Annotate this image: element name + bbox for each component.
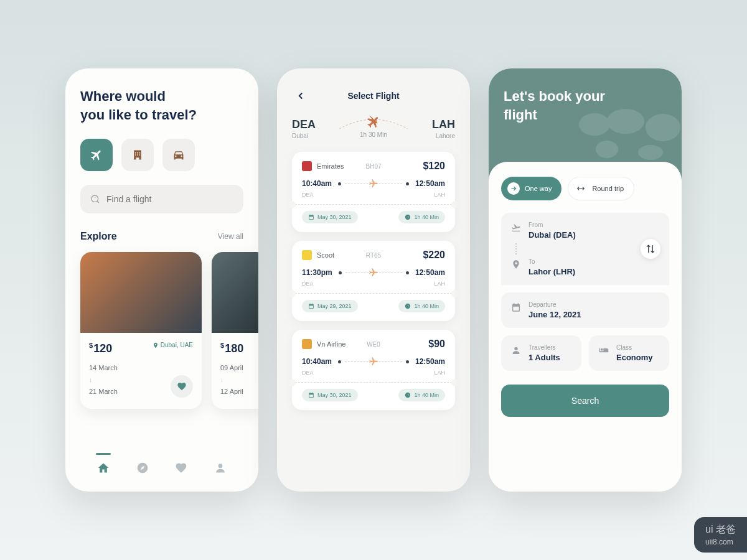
calendar-icon (308, 303, 314, 309)
back-button[interactable] (292, 87, 309, 105)
flight-date: May 29, 2021 (302, 300, 358, 312)
flight-code: RT65 (366, 252, 381, 259)
departure-value: June 12, 2021 (529, 310, 581, 319)
route-duration: 1h 30 Min (360, 131, 387, 138)
arr-time: 12:50am (415, 268, 445, 277)
flight-code: BH07 (365, 163, 381, 170)
flight-date: May 30, 2021 (302, 211, 358, 223)
clock-icon (405, 303, 411, 309)
flight-duration: 1h 40 Min (398, 300, 445, 312)
nav-profile[interactable] (209, 457, 232, 479)
dep-code: DEA (302, 192, 314, 198)
plane-icon (369, 357, 378, 366)
flight-card[interactable]: Vn Airline WE0 $90 10:40am 12:50am DEA L… (292, 330, 455, 410)
travellers-field[interactable]: Travellers 1 Adults (511, 344, 571, 362)
explore-card[interactable]: $180 09 April ↓ 12 April (212, 252, 258, 408)
screen-book-flight: Let's book your flight One way Round tri… (489, 68, 682, 492)
calendar-icon (511, 302, 521, 312)
airline-name: Emirates (317, 162, 344, 170)
plane-icon (90, 148, 103, 162)
home-icon (97, 462, 110, 474)
heart-icon (175, 462, 187, 474)
seat-icon (599, 345, 609, 355)
svg-point-10 (638, 145, 663, 160)
car-icon (172, 149, 185, 161)
flight-code: WE0 (367, 341, 380, 348)
screen-select-flight: Select Flight DEA Dubai 1h 30 Min LAH La… (277, 68, 470, 492)
airline-logo (302, 161, 312, 171)
to-value: Lahor (LHR) (529, 267, 575, 276)
user-icon (511, 345, 521, 355)
bottom-nav (65, 457, 258, 479)
clock-icon (405, 214, 411, 220)
search-field[interactable] (106, 194, 233, 204)
card-price: $120 (89, 342, 112, 355)
flight-duration: 1h 40 Min (398, 211, 445, 223)
trip-oneway-button[interactable]: One way (501, 177, 561, 200)
dep-time: 11:30pm (302, 268, 332, 277)
swap-vertical-icon (646, 244, 655, 254)
search-input[interactable] (80, 185, 243, 213)
flight-price: $90 (428, 338, 445, 350)
clock-icon (405, 392, 411, 398)
arr-time: 12:50am (415, 357, 445, 366)
flight-card[interactable]: Emirates BH07 $120 10:40am 12:50am DEA L… (292, 152, 455, 232)
dep-code: DEA (302, 281, 314, 287)
screen-explore: Where would you like to travel? Explore … (65, 68, 258, 492)
arr-code: LAH (434, 370, 445, 376)
dep-time: 10:40am (302, 179, 332, 188)
favorite-button[interactable] (171, 375, 193, 398)
from-code: DEA (292, 118, 316, 131)
svg-point-9 (596, 141, 618, 158)
arr-time: 12:50am (415, 179, 445, 188)
nav-compass[interactable] (131, 457, 154, 479)
swap-button[interactable] (641, 239, 660, 259)
from-label: From (529, 222, 576, 228)
to-label: To (529, 258, 575, 265)
explore-heading: Explore (80, 231, 117, 242)
chevron-left-icon (295, 90, 306, 101)
flight-duration: 1h 40 Min (398, 389, 445, 401)
tab-cars[interactable] (162, 139, 195, 171)
svg-point-2 (218, 464, 222, 468)
airline-logo (302, 339, 312, 349)
flight-card[interactable]: Scoot RT65 $220 11:30pm 12:50am DEA LAH … (292, 241, 455, 321)
flight-price: $220 (423, 250, 445, 261)
arr-code: LAH (434, 192, 445, 198)
airline-logo (302, 250, 312, 260)
travellers-value: 1 Adults (529, 353, 560, 362)
svg-point-11 (514, 347, 517, 350)
page-title: Select Flight (309, 91, 438, 101)
tab-hotels[interactable] (121, 139, 154, 171)
pin-icon (153, 342, 159, 348)
category-tabs (80, 139, 243, 171)
search-button[interactable]: Search (501, 385, 669, 417)
building-icon (131, 149, 144, 161)
flight-price: $120 (423, 161, 445, 172)
arr-code: LAH (434, 281, 445, 287)
class-field[interactable]: Class Economy (599, 344, 659, 362)
route-summary: DEA Dubai 1h 30 Min LAH Lahore (292, 118, 455, 139)
hero-title: Let's book your flight (504, 87, 667, 124)
calendar-icon (308, 214, 314, 220)
nav-favorites[interactable] (170, 457, 192, 479)
card-price: $180 (220, 342, 258, 355)
to-code: LAH (432, 118, 455, 131)
svg-point-0 (92, 195, 98, 202)
tab-flights[interactable] (80, 139, 113, 171)
explore-card[interactable]: $120 Dubai, UAE 14 March ↓ 21 March (80, 252, 202, 408)
plane-icon (369, 268, 378, 278)
departure-label: Departure (529, 301, 581, 308)
card-dates: 14 March ↓ 21 March (89, 363, 118, 397)
nav-home[interactable] (92, 457, 115, 479)
heart-icon (177, 381, 187, 391)
from-field[interactable]: From Dubai (DEA) (511, 222, 659, 240)
plane-takeoff-icon (511, 223, 521, 233)
departure-field[interactable]: Departure June 12, 2021 (511, 301, 659, 319)
search-icon (90, 194, 100, 205)
trip-round-button[interactable]: Round trip (568, 177, 634, 200)
plane-icon (369, 179, 378, 189)
view-all-link[interactable]: View all (218, 232, 243, 241)
to-field[interactable]: To Lahor (LHR) (511, 258, 659, 276)
trip-type-toggle: One way Round trip (501, 177, 669, 200)
